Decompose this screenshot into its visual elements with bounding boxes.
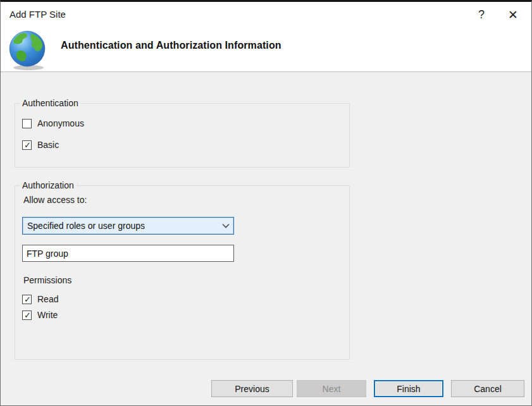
- read-checkbox-row[interactable]: Read: [22, 293, 58, 305]
- window-title: Add FTP Site: [9, 2, 66, 27]
- help-icon: ?: [478, 8, 485, 22]
- anonymous-checkbox-label: Anonymous: [37, 118, 84, 128]
- permissions-label: Permissions: [23, 275, 71, 285]
- add-ftp-site-dialog: Add FTP Site ? ✕: [0, 0, 532, 406]
- authentication-group: Authentication Anonymous Basic: [15, 103, 350, 168]
- chevron-down-icon: [218, 223, 233, 228]
- authentication-group-label: Authentication: [20, 98, 81, 108]
- globe-icon: [7, 29, 47, 71]
- cancel-button[interactable]: Cancel: [451, 380, 524, 397]
- allow-access-label: Allow access to:: [23, 195, 87, 205]
- help-button[interactable]: ?: [473, 6, 490, 23]
- finish-button[interactable]: Finish: [374, 380, 443, 397]
- read-checkbox[interactable]: [22, 295, 32, 304]
- authorization-group: Authorization Allow access to: Specified…: [15, 185, 350, 360]
- close-button[interactable]: ✕: [505, 6, 521, 23]
- basic-checkbox-row[interactable]: Basic: [22, 139, 59, 151]
- read-checkbox-label: Read: [37, 294, 58, 304]
- write-checkbox-label: Write: [37, 310, 58, 320]
- page-title: Authentication and Authorization Informa…: [61, 40, 281, 51]
- write-checkbox[interactable]: [22, 311, 32, 320]
- close-icon: ✕: [508, 8, 518, 22]
- authorization-group-label: Authorization: [20, 180, 77, 190]
- dialog-header-area: Add FTP Site ? ✕: [1, 2, 531, 72]
- allow-access-selected-value: Specified roles or user groups: [23, 221, 218, 231]
- allow-access-select[interactable]: Specified roles or user groups: [22, 217, 234, 235]
- basic-checkbox[interactable]: [22, 140, 32, 150]
- basic-checkbox-label: Basic: [37, 140, 59, 150]
- anonymous-checkbox-row[interactable]: Anonymous: [22, 118, 84, 129]
- user-groups-input[interactable]: [22, 245, 234, 262]
- previous-button[interactable]: Previous: [211, 380, 293, 397]
- write-checkbox-row[interactable]: Write: [22, 309, 58, 321]
- next-button[interactable]: Next: [297, 380, 366, 397]
- anonymous-checkbox[interactable]: [22, 119, 32, 128]
